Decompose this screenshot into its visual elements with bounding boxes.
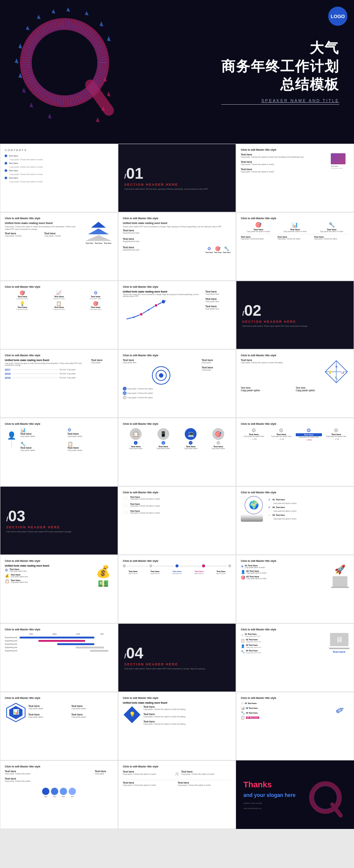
icons-row: ⚙ Text here 🎯 Text here 🔧 Text here: [205, 229, 231, 253]
slide-6icons: Click to edit Master title style 🎯 Text …: [0, 281, 118, 349]
slide-globe-city: Click to edit Master title style 🌍 ✓ 01.…: [236, 486, 354, 555]
content-item-1: Text here: [5, 155, 113, 157]
section-sub-02: Click here to add content. Theme color m…: [242, 325, 308, 327]
svg-marker-7: [66, 7, 70, 12]
svg-text:🔧: 🔧: [334, 376, 338, 380]
svg-marker-15: [107, 91, 111, 97]
hero-text-block: 大气 商务年终工作计划 总结模板 SPEAKER NAME AND TITLE: [221, 39, 339, 104]
hero-decoration: [11, 7, 129, 133]
pencil-icon: ✏: [333, 703, 347, 718]
thanks-website: www.yourwebsite.com: [243, 807, 296, 809]
section-num-01: /01: [124, 166, 143, 181]
svg-marker-12: [15, 58, 18, 63]
slide-timeline: Click to edit Master title style Unified…: [0, 349, 118, 418]
content-item-2: Text here: [5, 162, 113, 164]
contents-label: CONTENTS: [5, 148, 113, 152]
thanks-decoration: [306, 776, 350, 829]
growth-chart: [123, 299, 171, 321]
text-block: Text here Copy paste. Choose this option…: [241, 161, 329, 166]
svg-marker-4: [26, 26, 30, 30]
svg-text:📊: 📊: [341, 370, 344, 374]
slide-pen-icons: Click to edit Master title style ⚙ 01 Te…: [236, 692, 354, 760]
svg-text:💡: 💡: [328, 370, 332, 374]
slide-section03: /03 SECTION HEADER HERE Click here to ad…: [0, 486, 118, 555]
section-num-03: /03: [6, 508, 25, 524]
svg-marker-19: [30, 102, 33, 108]
slide-hexagon: Click to edit Master title style 📊 Text …: [0, 692, 118, 760]
svg-text:💡: 💡: [129, 711, 136, 718]
svg-marker-20: [48, 113, 52, 119]
section-num-02: /02: [242, 303, 261, 318]
slide-gantt: Click to edit Master title style FEB MAR…: [0, 623, 118, 692]
content-item-3: Text here: [5, 169, 113, 172]
slide-contents: CONTENTS Text here Copy paste. Choose th…: [0, 144, 118, 212]
svg-point-26: [148, 309, 149, 311]
slide-plane-layout: Click to edit Master title style Text he…: [118, 760, 236, 829]
plane-icon: ✈: [173, 769, 181, 779]
slide-fonts2: Click to edit Master title style Unified…: [118, 212, 236, 281]
text-block: Text here Copy paste. Choose this option…: [241, 153, 329, 158]
svg-marker-10: [107, 36, 111, 41]
hero-title: 大气 商务年终工作计划 总结模板: [221, 39, 339, 94]
slide-4icons-numbered: Click to edit Master title style ⚙ 01 Te…: [236, 623, 354, 692]
slide-htimeline: Click to edit Master title style Text he…: [118, 555, 236, 623]
pyramid-chart: [85, 222, 112, 241]
content-item-4: Text here: [5, 177, 113, 179]
section-label-01: SECTION HEADER HERE: [124, 183, 178, 186]
svg-text:⚙: ⚙: [335, 365, 338, 368]
slide-gear-progress: Click to edit Master title style ⚙ Text …: [236, 418, 354, 486]
slide-image: [331, 153, 346, 164]
diamond-icon: [4, 176, 7, 179]
section-label-03: SECTION HEADER HERE: [6, 525, 60, 529]
slide-diamond-shapes: Click to edit Master title style Unified…: [118, 692, 236, 760]
svg-marker-8: [85, 11, 88, 15]
svg-text:📊: 📊: [13, 709, 20, 715]
slide-section02: /02 SECTION HEADER HERE Click here to ad…: [236, 281, 354, 349]
thanks-speaker: speaker name and title: [243, 802, 296, 804]
target-circle: [152, 366, 170, 385]
slide-icons-wallet: Click to edit Master title style Unified…: [0, 555, 118, 623]
quadrant-diamond: ⚙ 📊 🔧 💡: [323, 359, 349, 385]
section-label-04: SECTION HEADER HERE: [124, 662, 178, 666]
svg-marker-17: [96, 117, 100, 122]
hero-slide: LOGO 大气 商务年终工作计划 总结模板 SPEAKER NAME AND T…: [0, 0, 354, 144]
svg-marker-11: [18, 43, 22, 49]
slide-unified-fonts: Click to edit Master title style Unified…: [0, 212, 118, 281]
slide-gray-circles: Click to edit Master title style 📋 1 Tex…: [118, 418, 236, 486]
svg-point-25: [133, 316, 135, 318]
large-diamond: 💡: [123, 706, 141, 728]
text-block: Text here Copy paste. Choose this option…: [241, 168, 329, 173]
slide-title: Click to edit Master title style: [241, 148, 349, 151]
slide-3icons: Click to edit Master title style 🎯 Text …: [236, 212, 354, 281]
hexagon-shape: 📊: [5, 701, 27, 724]
slide-thanks: Thanks and your slogan here speaker name…: [236, 760, 354, 829]
svg-point-21: [140, 313, 143, 316]
svg-point-22: [155, 304, 157, 307]
thanks-title: Thanks and your slogan here: [243, 780, 296, 799]
section-sub-03: Click here to add content. Theme color m…: [6, 531, 72, 533]
laptop-placeholder: [333, 576, 347, 587]
slide-plane-rocket: Click to edit Master title style ✈ 01 Te…: [236, 555, 354, 623]
svg-marker-6: [52, 9, 55, 14]
logo-badge: LOGO: [328, 7, 347, 26]
slide-quadrant: Click to edit Master title style Text he…: [236, 349, 354, 418]
slide-section01: /01 SECTION HEADER HERE Click here to ad…: [118, 144, 236, 212]
slide-person-icons: Click to edit Master title style 👤 📊 Tex…: [0, 418, 118, 486]
section-num-04: /04: [124, 645, 143, 661]
slide-section04: /04 SECTION HEADER HERE Click here to ad…: [118, 623, 236, 692]
slide-circles-bottom: Click to edit Master title style Text he…: [0, 760, 118, 829]
slides-grid: CONTENTS Text here Copy paste. Choose th…: [0, 144, 354, 829]
diamond-icon: [4, 154, 7, 157]
slide-target: Click to edit Master title style Text he…: [118, 349, 236, 418]
diamond-icon: [4, 169, 7, 172]
svg-marker-9: [100, 21, 103, 27]
svg-marker-18: [22, 88, 26, 93]
slide-numbered-list: Click to edit Master title style 01 Text…: [118, 486, 236, 555]
slide-img-intro: Click to edit Master title style Text he…: [236, 144, 354, 212]
diamond-icon: [4, 162, 7, 165]
svg-marker-5: [37, 15, 41, 19]
slide-growth: Click to edit Master title style Unified…: [118, 281, 236, 349]
section-label-02: SECTION HEADER HERE: [242, 320, 296, 323]
section-sub-01: Click here to add content. The font colo…: [124, 188, 208, 190]
section-sub-04: Click here to add content. Theme color m…: [124, 668, 205, 670]
